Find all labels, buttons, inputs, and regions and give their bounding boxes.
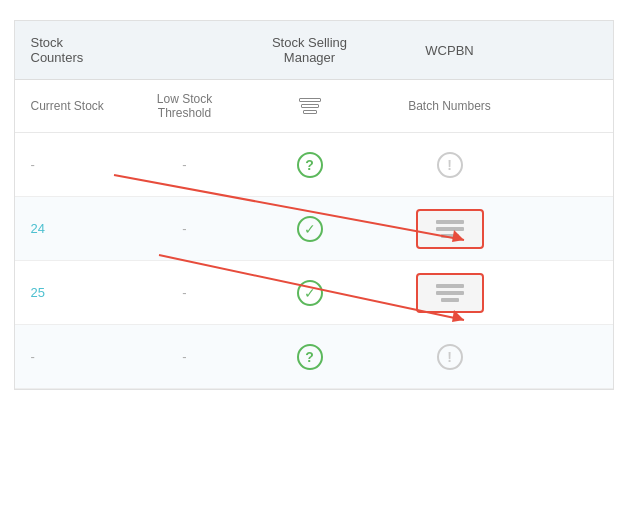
- table-wrapper: Stock Counters Stock Selling Manager WCP…: [14, 20, 614, 390]
- layers-icon: [299, 98, 321, 114]
- row3-threshold-value: -: [182, 285, 186, 300]
- batch-line-1: [436, 284, 464, 288]
- row3-col4[interactable]: [375, 263, 525, 323]
- batch-btn-icon: [436, 220, 464, 238]
- info-circle-icon: !: [437, 152, 463, 178]
- batch-numbers-header: Batch Numbers: [375, 80, 525, 132]
- layers-header: [245, 80, 375, 132]
- row2-threshold-value: -: [182, 221, 186, 236]
- row2-col3: ✓: [245, 206, 375, 252]
- row2-col4[interactable]: [375, 199, 525, 259]
- row4-col1: -: [15, 339, 125, 374]
- header-row-1: Stock Counters Stock Selling Manager WCP…: [15, 21, 613, 80]
- batch-btn-icon: [436, 284, 464, 302]
- wcpbn-label: WCPBN: [425, 43, 473, 58]
- table-row: 25 - ✓: [15, 261, 613, 325]
- question-circle-icon: ?: [297, 344, 323, 370]
- batch-line-3: [441, 298, 459, 302]
- row1-stock-value: -: [31, 157, 35, 172]
- low-stock-label: Low Stock Threshold: [135, 92, 235, 120]
- header-row-2: Current Stock Low Stock Threshold Batch …: [15, 80, 613, 133]
- row1-col2: -: [125, 147, 245, 182]
- batch-numbers-label: Batch Numbers: [408, 99, 491, 113]
- row3-stock-value: 25: [31, 285, 45, 300]
- row3-col1: 25: [15, 275, 125, 310]
- row4-col3: ?: [245, 334, 375, 380]
- row3-col3: ✓: [245, 270, 375, 316]
- info-circle-icon: !: [437, 344, 463, 370]
- col3-header: Stock Selling Manager: [245, 21, 375, 79]
- row2-col1: 24: [15, 211, 125, 246]
- batch-line-1: [436, 220, 464, 224]
- row3-col2: -: [125, 275, 245, 310]
- ssm-label: Stock Selling Manager: [255, 35, 365, 65]
- table-row: 24 - ✓: [15, 197, 613, 261]
- batch-numbers-button[interactable]: [416, 273, 484, 313]
- batch-line-3: [441, 234, 459, 238]
- row2-col2: -: [125, 211, 245, 246]
- row1-col4: !: [375, 142, 525, 188]
- question-circle-icon: ?: [297, 152, 323, 178]
- row1-col3: ?: [245, 142, 375, 188]
- current-stock-header: Current Stock: [15, 80, 125, 132]
- current-stock-label: Current Stock: [31, 99, 104, 113]
- check-circle-icon: ✓: [297, 216, 323, 242]
- row1-threshold-value: -: [182, 157, 186, 172]
- table-row: - - ? !: [15, 325, 613, 389]
- table-row: - - ? !: [15, 133, 613, 197]
- row4-stock-value: -: [31, 349, 35, 364]
- row1-col1: -: [15, 147, 125, 182]
- check-circle-icon: ✓: [297, 280, 323, 306]
- row2-stock-value: 24: [31, 221, 45, 236]
- main-table: Stock Counters Stock Selling Manager WCP…: [14, 20, 614, 390]
- col1-header: Stock Counters: [15, 21, 125, 79]
- col4-header: WCPBN: [375, 21, 525, 79]
- row4-col4: !: [375, 334, 525, 380]
- batch-line-2: [436, 291, 464, 295]
- row4-col2: -: [125, 339, 245, 374]
- col2-header: [125, 21, 245, 79]
- stock-counters-label: Stock Counters: [31, 35, 115, 65]
- low-stock-header: Low Stock Threshold: [125, 80, 245, 132]
- batch-numbers-button[interactable]: [416, 209, 484, 249]
- row4-threshold-value: -: [182, 349, 186, 364]
- batch-line-2: [436, 227, 464, 231]
